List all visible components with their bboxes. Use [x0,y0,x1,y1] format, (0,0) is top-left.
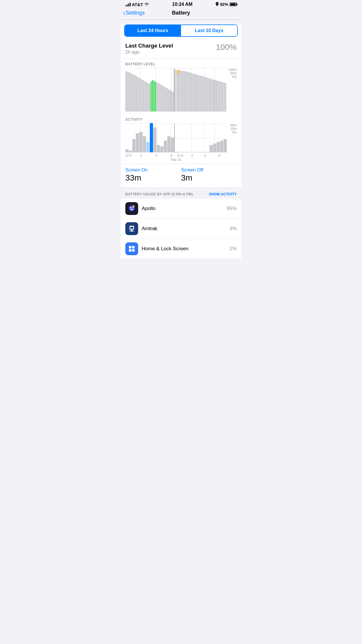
app-icon-apollo [125,202,138,215]
status-right: 92% [216,2,237,7]
charge-value: 100% [216,43,237,52]
svg-rect-11 [129,229,134,230]
activity-chart-title: ACTIVITY [125,118,237,122]
sep-date-label: Sep 10 [125,158,226,161]
svg-rect-15 [129,249,131,252]
battery-icon [230,3,237,6]
screen-off-value: 3m [181,173,237,183]
back-label: Settings [126,10,145,16]
screen-on-label: Screen On [125,167,181,173]
svg-point-3 [132,207,133,208]
screen-off-label: Screen Off [181,167,237,173]
app-name-homescreen: Home & Lock Screen [142,246,226,252]
screen-stats: Screen On 33m Screen Off 3m [121,164,241,188]
app-name-apollo: Apollo [142,206,223,211]
battery-level-chart: BATTERY LEVEL ⚡ 100% 50% 0% [121,59,241,114]
signal-icon [125,3,131,6]
svg-rect-12 [126,244,137,254]
app-item-homescreen[interactable]: Home & Lock Screen 2% [121,239,241,259]
svg-point-10 [133,230,134,231]
battery-percent: 92% [220,2,228,7]
svg-point-2 [130,207,131,208]
time-range-selector[interactable]: Last 24 Hours Last 10 Days [124,24,238,37]
activity-bars [125,123,226,153]
app-percent-amtrak: 3% [229,226,237,232]
app-item-amtrak[interactable]: Amtrak 3% [121,219,241,239]
main-content: Last 24 Hours Last 10 Days Last Charge L… [121,24,241,259]
charge-time: 2h ago [125,50,173,55]
carrier-label: AT&T [132,2,143,7]
charge-level-section: Last Charge Level 2h ago 100% [121,40,241,59]
activity-chart-section: ACTIVITY 12 P36912 A369 Sep 10 60m 30m 0… [121,114,241,164]
app-percent-homescreen: 2% [229,246,237,252]
back-chevron-icon: ‹ [123,10,125,16]
usage-title: BATTERY USAGE BY APP (5 PM–6 PM) [125,192,193,196]
wifi-icon [144,2,149,7]
app-item-apollo[interactable]: Apollo 95% [121,199,241,219]
app-icon-amtrak [125,222,138,235]
svg-point-9 [130,230,131,231]
app-list: Apollo 95% Amtrak 3% [121,199,241,259]
location-icon [216,2,219,7]
svg-rect-13 [129,246,131,249]
app-name-amtrak: Amtrak [142,226,226,232]
show-activity-button[interactable]: SHOW ACTIVITY [209,192,237,196]
charge-label: Last Charge Level [125,43,173,49]
svg-point-4 [131,209,133,210]
activity-y-labels: 60m 30m 0m [226,123,237,134]
last-10d-tab[interactable]: Last 10 Days [181,25,237,36]
nav-bar: ‹ Settings Battery [121,8,241,20]
status-time: 10:24 AM [172,2,193,7]
page-title: Battery [172,10,190,16]
svg-point-5 [133,205,135,207]
svg-rect-8 [130,227,133,229]
usage-header: BATTERY USAGE BY APP (5 PM–6 PM) SHOW AC… [121,188,241,199]
app-icon-homescreen [125,242,138,255]
screen-off-stat: Screen Off 3m [181,167,237,183]
status-left: AT&T [125,2,149,7]
svg-rect-14 [132,246,135,249]
back-button[interactable]: ‹ Settings [123,10,145,16]
screen-on-stat: Screen On 33m [125,167,181,183]
svg-rect-16 [132,249,135,252]
battery-y-labels: 100% 50% 0% [226,68,237,78]
battery-bars: ⚡ [125,68,226,112]
screen-on-value: 33m [125,173,181,183]
battery-chart-title: BATTERY LEVEL [125,62,237,66]
status-bar: AT&T 10:24 AM 92% [121,0,241,8]
last-24h-tab[interactable]: Last 24 Hours [125,25,181,36]
app-percent-apollo: 95% [227,206,237,211]
